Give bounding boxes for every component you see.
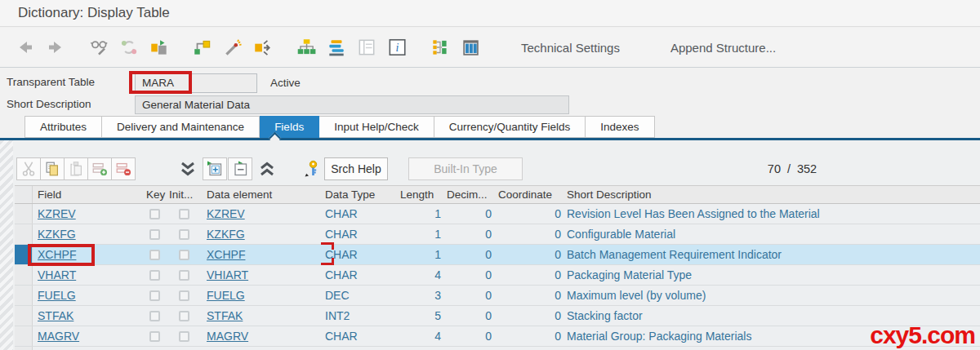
row-selector[interactable]: [15, 265, 33, 285]
activate-icon[interactable]: [220, 35, 245, 60]
table-type-label: Transparent Table: [7, 76, 95, 88]
data-element-link[interactable]: FUELG: [202, 289, 320, 302]
back-icon[interactable]: [13, 35, 38, 60]
insert-row-button[interactable]: [87, 157, 112, 180]
search-help-key-button[interactable]: [299, 157, 325, 180]
tab-delivery-and-maintenance[interactable]: Delivery and Maintenance: [102, 116, 260, 138]
delete-row-button[interactable]: [111, 157, 136, 180]
key-checkbox[interactable]: [149, 229, 160, 240]
window-title-bar: Dictionary: Display Table: [0, 0, 980, 27]
info-icon[interactable]: i: [385, 35, 409, 60]
technical-settings-button[interactable]: Technical Settings: [511, 37, 630, 59]
status-text: Active: [270, 77, 301, 89]
built-in-type-button[interactable]: Built-In Type: [408, 157, 523, 180]
field-link[interactable]: MAGRV: [33, 330, 143, 343]
db-utility-icon[interactable]: [354, 35, 379, 60]
data-element-link[interactable]: KZREV: [202, 207, 320, 220]
table-row: STFAK STFAK INT2 5 0 0 Stacking factor: [15, 306, 980, 326]
tab-bar: AttributesDelivery and MaintenanceFields…: [24, 116, 655, 138]
srch-help-button[interactable]: Srch Help: [324, 157, 388, 180]
data-element-link[interactable]: VHIART: [202, 268, 320, 281]
data-element-link[interactable]: XCHPF: [202, 248, 320, 261]
initial-checkbox[interactable]: [179, 311, 189, 321]
table-contents-icon[interactable]: [458, 35, 483, 60]
expand-button[interactable]: [203, 157, 227, 180]
length-cell: 1: [394, 248, 441, 261]
key-checkbox[interactable]: [149, 209, 160, 219]
initial-checkbox[interactable]: [179, 250, 189, 260]
initial-checkbox[interactable]: [179, 290, 189, 301]
initial-checkbox[interactable]: [179, 270, 189, 281]
table-row: XCHPF XCHPF CHAR 1 0 0 Batch Management …: [15, 245, 980, 265]
short-description-cell: Packaging Material Type: [561, 268, 980, 281]
paste-button[interactable]: [64, 157, 88, 180]
data-element-link[interactable]: KZKFG: [202, 228, 320, 241]
display-change-icon[interactable]: [87, 35, 111, 60]
refresh-icon[interactable]: [117, 35, 141, 60]
key-checkbox[interactable]: [149, 311, 160, 321]
decimals-cell: 0: [441, 309, 492, 322]
key-checkbox[interactable]: [149, 290, 160, 301]
key-checkbox[interactable]: [149, 331, 160, 342]
copy-button[interactable]: [40, 157, 65, 180]
page-down-button[interactable]: [175, 157, 201, 180]
select-all-cell[interactable]: [15, 186, 33, 203]
field-link[interactable]: STFAK: [33, 309, 143, 322]
watermark-text: cxy5.com: [870, 321, 975, 349]
hierarchy-icon[interactable]: [294, 35, 318, 60]
where-used-icon[interactable]: [251, 35, 275, 60]
relationships-icon[interactable]: [428, 35, 452, 60]
forward-icon[interactable]: [43, 35, 68, 60]
key-checkbox[interactable]: [149, 270, 160, 281]
field-link[interactable]: KZKFG: [33, 228, 143, 241]
column-header-decimals: Decim...: [441, 188, 492, 201]
length-cell: 4: [394, 330, 441, 343]
initial-checkbox[interactable]: [179, 209, 189, 219]
coordinate-cell: 0: [492, 268, 561, 281]
length-cell: 1: [394, 228, 441, 241]
tab-currency-quantity-fields[interactable]: Currency/Quantity Fields: [434, 116, 586, 138]
initial-checkbox[interactable]: [179, 229, 189, 240]
short-description-cell: Configurable Material: [561, 228, 980, 241]
tab-fields[interactable]: Fields: [260, 116, 319, 138]
append-structure-button[interactable]: Append Structure...: [661, 37, 786, 59]
column-header-short-description: Short Description: [561, 188, 980, 201]
length-cell: 3: [394, 289, 441, 302]
collapse-button[interactable]: [228, 157, 252, 180]
svg-text:i: i: [396, 41, 399, 54]
row-selector[interactable]: [15, 204, 33, 224]
data-element-link[interactable]: MAGRV: [202, 330, 320, 343]
short-description-cell: Maximum level (by volume): [561, 289, 980, 302]
tab-indexes[interactable]: Indexes: [586, 116, 654, 138]
sort-icon[interactable]: [324, 35, 349, 60]
field-link[interactable]: FUELG: [33, 289, 143, 302]
left-hatch-strip: [0, 140, 13, 350]
cut-button[interactable]: [16, 157, 41, 180]
decimals-cell: 0: [441, 228, 492, 241]
position-indicator: 70/352: [735, 162, 849, 175]
field-link[interactable]: KZREV: [33, 207, 143, 220]
runtime-object-icon[interactable]: [190, 35, 215, 60]
short-description-input[interactable]: General Material Data: [135, 95, 569, 114]
data-element-link[interactable]: STFAK: [202, 309, 320, 322]
position-total: 352: [794, 162, 820, 175]
coordinate-cell: 0: [492, 228, 561, 241]
position-divider: /: [784, 162, 794, 175]
partial-row: [15, 347, 980, 350]
key-checkbox[interactable]: [149, 250, 160, 260]
tab-input-help-check[interactable]: Input Help/Check: [319, 116, 434, 138]
length-cell: 4: [394, 268, 441, 281]
page-up-button[interactable]: [254, 157, 280, 180]
row-selector[interactable]: [15, 286, 33, 305]
main-toolbar: i Technical Settings Append Structure...: [0, 28, 980, 68]
row-selector[interactable]: [15, 326, 33, 346]
field-link[interactable]: VHART: [33, 268, 143, 281]
table-row: FUELG FUELG DEC 3 0 0 Maximum level (by …: [15, 286, 980, 306]
tab-attributes[interactable]: Attributes: [24, 116, 102, 138]
coordinate-cell: 0: [492, 289, 561, 302]
initial-checkbox[interactable]: [179, 331, 189, 342]
row-selector[interactable]: [15, 306, 33, 326]
table-row: KZREV KZREV CHAR 1 0 0 Revision Level Ha…: [15, 204, 980, 224]
row-selector[interactable]: [15, 224, 33, 244]
check-icon[interactable]: [147, 35, 172, 60]
